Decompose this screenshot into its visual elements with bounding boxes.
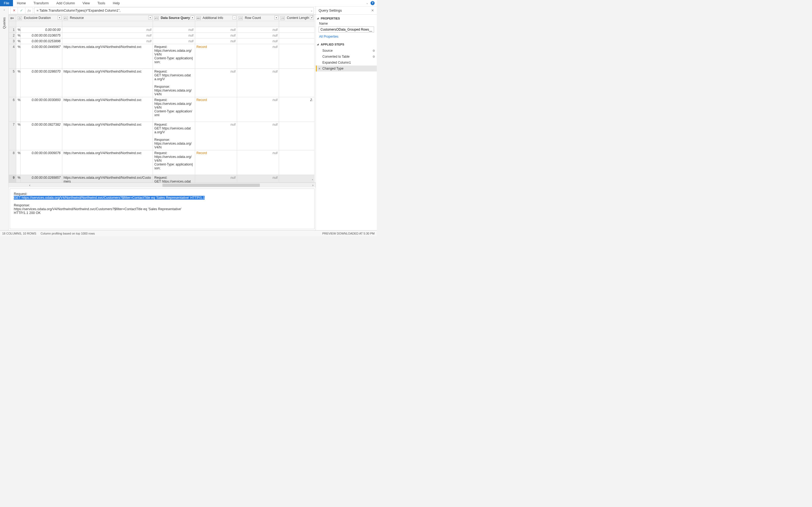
menu-help[interactable]: Help xyxy=(109,0,124,6)
resource-cell[interactable]: null xyxy=(62,39,153,44)
contentlen-cell[interactable]: 2. xyxy=(279,97,315,122)
query-cell[interactable]: Request:GET https://services.odata.org/V xyxy=(153,175,195,183)
rowcount-cell[interactable]: null xyxy=(237,33,279,39)
contentlen-cell[interactable] xyxy=(279,39,315,44)
additional-cell[interactable]: Record xyxy=(195,150,237,175)
chevron-down-icon[interactable]: ⌄ xyxy=(366,1,368,5)
all-properties-link[interactable]: All Properties xyxy=(316,34,377,41)
resource-cell[interactable]: https://services.odata.org/V4/Northwind/… xyxy=(62,44,153,69)
contentlen-cell[interactable] xyxy=(279,175,315,183)
scroll-left-icon[interactable]: ‹ xyxy=(27,183,33,187)
contentlen-cell[interactable] xyxy=(279,44,315,69)
contentlen-cell[interactable] xyxy=(279,33,315,39)
queries-pane-collapsed[interactable]: › Queries xyxy=(0,6,9,230)
additional-cell[interactable]: null xyxy=(195,122,237,150)
rownum-header[interactable]: ⊞▾ xyxy=(9,15,16,21)
rownum-cell[interactable]: 5 xyxy=(9,69,16,97)
expand-dropdown-icon[interactable]: ↔ xyxy=(233,16,236,19)
rowcount-cell[interactable]: null xyxy=(237,39,279,44)
resource-cell[interactable]: null xyxy=(62,27,153,33)
scroll-down-icon[interactable]: ˅ xyxy=(312,179,316,182)
scrollbar-track[interactable] xyxy=(33,183,310,187)
table-row[interactable]: 5%0.00:00:00.0286070https://services.oda… xyxy=(9,69,315,97)
query-cell[interactable]: null xyxy=(153,33,195,39)
query-cell[interactable]: Request:https://services.odata.org/V4/NC… xyxy=(153,150,195,175)
duration-cell[interactable]: 0.00:00:00.0827382 xyxy=(20,122,62,150)
rowcount-cell[interactable]: null xyxy=(237,27,279,33)
additional-cell[interactable]: null xyxy=(195,69,237,97)
resource-cell[interactable]: https://services.odata.org/V4/Northwind/… xyxy=(62,122,153,150)
applied-step[interactable]: ✕Changed Type xyxy=(316,65,377,71)
pct-cell[interactable]: % xyxy=(16,175,20,183)
help-icon[interactable]: ? xyxy=(371,1,375,5)
rownum-cell[interactable]: 3 xyxy=(9,39,16,44)
additional-cell[interactable]: null xyxy=(195,39,237,44)
table-row[interactable]: 8%0.00:00:00.0009076https://services.oda… xyxy=(9,150,315,175)
menu-add-column[interactable]: Add Column xyxy=(53,0,79,6)
contentlen-cell[interactable] xyxy=(279,69,315,97)
rownum-cell[interactable]: 1 xyxy=(9,27,16,33)
formula-expand-icon[interactable]: ⌄ xyxy=(310,9,313,12)
rowcount-cell[interactable]: null xyxy=(237,44,279,69)
col-additional-info[interactable]: ABC123 Additional Info ↔ xyxy=(195,15,237,21)
resource-cell[interactable]: https://services.odata.org/V4/Northwind/… xyxy=(62,97,153,122)
menu-transform[interactable]: Transform xyxy=(30,0,53,6)
additional-cell[interactable]: Record xyxy=(195,97,237,122)
gear-icon[interactable]: ⚙ xyxy=(372,55,375,58)
col-row-count[interactable]: 1²3 Row Count ▾ xyxy=(237,15,279,21)
additional-cell[interactable]: null xyxy=(195,33,237,39)
table-row[interactable]: 9%0.00:00:00.0269857https://services.oda… xyxy=(9,175,315,183)
duration-cell[interactable]: 0.00:00:00.0009076 xyxy=(20,150,62,175)
pct-cell[interactable]: % xyxy=(16,44,20,69)
query-cell[interactable]: Request:https://services.odata.org/V4/NC… xyxy=(153,44,195,69)
additional-cell[interactable]: null xyxy=(195,27,237,33)
pct-cell[interactable]: % xyxy=(16,69,20,97)
duration-cell[interactable]: 0.00:00:00.0269857 xyxy=(20,175,62,183)
pct-cell[interactable]: % xyxy=(16,27,20,33)
filter-dropdown-icon[interactable]: ▾ xyxy=(274,16,278,19)
status-profiling[interactable]: Column profiling based on top 1000 rows xyxy=(41,232,95,235)
filter-dropdown-icon[interactable]: ▾ xyxy=(148,16,152,19)
rowcount-cell[interactable]: null xyxy=(237,97,279,122)
additional-cell[interactable]: Record xyxy=(195,44,237,69)
table-row[interactable]: 6%0.00:00:00.0030893https://services.oda… xyxy=(9,97,315,122)
scroll-right-icon[interactable]: › xyxy=(310,183,316,187)
duration-cell[interactable]: 0.00:00:00.0106075 xyxy=(20,33,62,39)
duration-cell[interactable]: 0.00:00:00.0286070 xyxy=(20,69,62,97)
table-row[interactable]: 2%0.00:00:00.0106075nullnullnullnull xyxy=(9,33,315,39)
filter-dropdown-icon[interactable]: ▾ xyxy=(191,16,194,19)
rownum-cell[interactable]: 2 xyxy=(9,33,16,39)
rownum-cell[interactable]: 8 xyxy=(9,150,16,175)
contentlen-cell[interactable] xyxy=(279,27,315,33)
horizontal-scrollbar[interactable]: ‹ › xyxy=(9,182,316,187)
applied-steps-section[interactable]: APPLIED STEPS xyxy=(316,41,377,47)
col-resource[interactable]: АᴮС Resource ▾ xyxy=(62,15,153,21)
query-cell[interactable]: Request:GET https://services.odata.org/V… xyxy=(153,122,195,150)
resource-cell[interactable]: https://services.odata.org/V4/Northwind/… xyxy=(62,69,153,97)
col-exclusive-duration[interactable]: ◷ Exclusive Duration ▾ xyxy=(16,15,62,21)
menu-file[interactable]: File xyxy=(0,0,13,6)
rownum-cell[interactable]: 9 xyxy=(9,175,16,183)
pct-cell[interactable]: % xyxy=(16,122,20,150)
rowcount-cell[interactable]: null xyxy=(237,69,279,97)
rowcount-cell[interactable]: null xyxy=(237,175,279,183)
formula-input[interactable]: = Table.TransformColumnTypes(#"Expanded … xyxy=(34,7,314,14)
menu-view[interactable]: View xyxy=(79,0,93,6)
vertical-scrollbar[interactable]: ˄ ˅ xyxy=(312,15,316,182)
additional-cell[interactable]: null xyxy=(195,175,237,183)
menu-home[interactable]: Home xyxy=(13,0,29,6)
table-row[interactable]: 7%0.00:00:00.0827382https://services.oda… xyxy=(9,122,315,150)
rownum-cell[interactable]: 6 xyxy=(9,97,16,122)
rowcount-cell[interactable]: null xyxy=(237,122,279,150)
duration-cell[interactable]: 0.00:00:00.0449967 xyxy=(20,44,62,69)
applied-step[interactable]: Converted to Table⚙ xyxy=(316,54,377,60)
query-name-input[interactable] xyxy=(319,26,374,33)
pct-cell[interactable]: % xyxy=(16,97,20,122)
cancel-formula-button[interactable]: ✕ xyxy=(10,7,18,14)
resource-cell[interactable]: null xyxy=(62,33,153,39)
contentlen-cell[interactable] xyxy=(279,122,315,150)
properties-section[interactable]: PROPERTIES xyxy=(316,15,377,21)
query-cell[interactable]: null xyxy=(153,27,195,33)
col-content-length[interactable]: 1²3 Content Length ▾ xyxy=(279,15,315,21)
pct-cell[interactable]: % xyxy=(16,33,20,39)
